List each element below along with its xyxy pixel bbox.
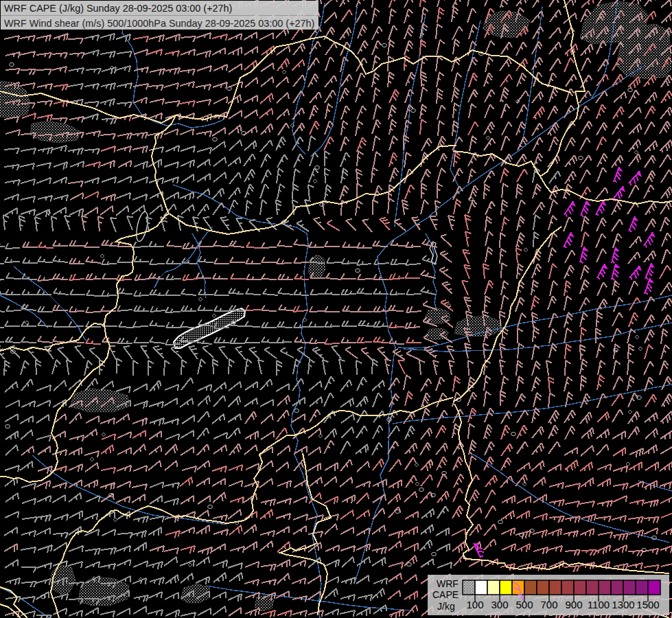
svg-text:100: 100: [466, 599, 483, 610]
svg-text:J/kg: J/kg: [437, 601, 455, 612]
svg-text:1300: 1300: [612, 599, 634, 610]
svg-text:WRF: WRF: [437, 578, 459, 589]
svg-text:1100: 1100: [588, 599, 610, 610]
svg-text:CAPE: CAPE: [432, 589, 459, 600]
svg-text:WRF Wind shear (m/s) 500/1000h: WRF Wind shear (m/s) 500/1000hPa Sunday …: [4, 18, 314, 29]
svg-text:500: 500: [515, 599, 533, 610]
svg-text:1500: 1500: [636, 599, 659, 610]
svg-text:WRF CAPE (J/kg) Sunday 28-09-2: WRF CAPE (J/kg) Sunday 28-09-2025 03:00 …: [4, 3, 232, 14]
svg-text:300: 300: [491, 599, 508, 610]
svg-text:900: 900: [565, 599, 582, 610]
svg-text:700: 700: [540, 599, 557, 610]
